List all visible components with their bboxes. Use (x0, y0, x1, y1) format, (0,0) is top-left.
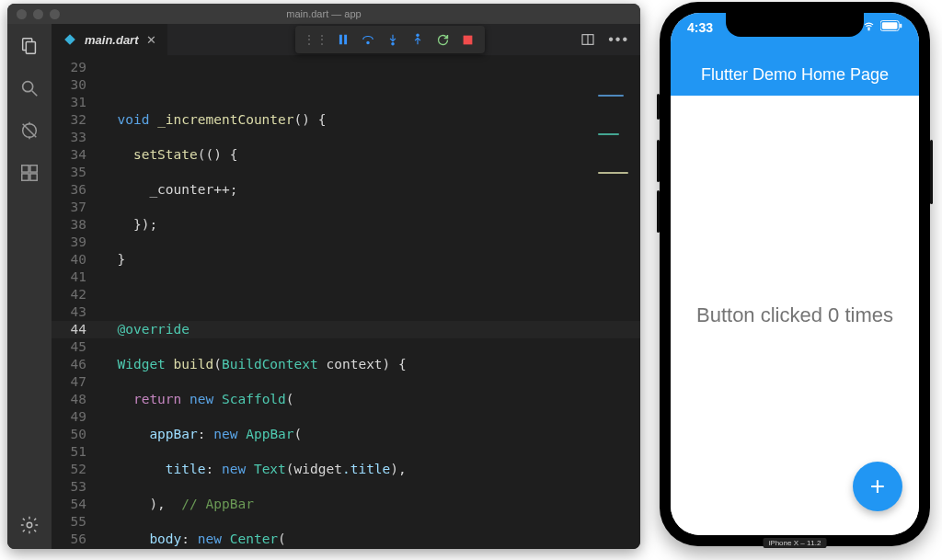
restart-button[interactable] (432, 29, 453, 50)
svg-point-18 (392, 43, 394, 45)
activity-bar (7, 24, 52, 549)
pause-button[interactable] (333, 29, 353, 50)
svg-point-28 (868, 29, 869, 29)
notch (726, 13, 864, 37)
debug-icon[interactable] (18, 120, 40, 142)
simulator-panel: 4:33 Flutter Demo Home Page Button click… (648, 0, 942, 560)
minimap[interactable] (598, 59, 640, 206)
tab-main-dart[interactable]: main.dart ✕ (52, 24, 167, 55)
battery-icon (880, 20, 902, 31)
svg-rect-21 (463, 35, 472, 44)
dart-file-icon (63, 32, 77, 47)
svg-rect-14 (339, 35, 342, 45)
zoom-window-icon[interactable] (50, 9, 60, 19)
window-titlebar[interactable]: main.dart — app (7, 4, 640, 24)
volume-down (657, 190, 660, 233)
app-bar-title: Flutter Demo Home Page (701, 65, 889, 85)
app-bar: Flutter Demo Home Page (671, 53, 919, 96)
search-icon[interactable] (18, 77, 40, 99)
phone-screen[interactable]: 4:33 Flutter Demo Home Page Button click… (671, 13, 919, 535)
plus-icon: + (870, 472, 885, 501)
device-label: iPhone X – 11.2 (764, 538, 827, 548)
tab-filename: main.dart (85, 33, 139, 47)
minimize-window-icon[interactable] (33, 9, 43, 19)
svg-point-12 (27, 522, 32, 528)
mute-switch (657, 94, 660, 120)
code-editor[interactable]: 29303132 33343536 37383940 41424344 4546… (52, 55, 640, 549)
svg-marker-13 (64, 34, 75, 45)
fab-add-button[interactable]: + (853, 462, 902, 511)
svg-rect-11 (30, 174, 37, 180)
line-number-gutter: 29303132 33343536 37383940 41424344 4546… (52, 55, 101, 549)
window-title: main.dart — app (286, 8, 361, 19)
close-tab-icon[interactable]: ✕ (146, 33, 156, 47)
extensions-icon[interactable] (18, 162, 40, 184)
window-traffic-lights[interactable] (17, 9, 60, 19)
svg-rect-30 (882, 22, 898, 29)
toolbar-grip-icon[interactable]: ⋮⋮ (303, 32, 328, 47)
svg-rect-10 (22, 174, 29, 180)
more-actions-icon[interactable]: ••• (608, 31, 629, 48)
svg-line-3 (32, 91, 38, 97)
wifi-icon (862, 21, 876, 31)
svg-rect-1 (26, 41, 35, 53)
volume-up (657, 140, 660, 182)
gear-icon[interactable] (18, 514, 40, 536)
root: main.dart — app (0, 0, 942, 560)
editor-tabs: main.dart ✕ ⋮⋮ • (52, 24, 640, 55)
status-time: 4:33 (687, 20, 713, 35)
debug-toolbar[interactable]: ⋮⋮ (295, 26, 485, 53)
iphone-frame: 4:33 Flutter Demo Home Page Button click… (660, 2, 930, 546)
code-content[interactable]: void _incrementCounter() { setState(() {… (101, 55, 640, 549)
step-over-button[interactable] (358, 29, 378, 50)
split-editor-icon[interactable] (580, 32, 595, 47)
svg-rect-15 (344, 35, 347, 45)
vscode-window: main.dart — app (7, 4, 640, 549)
explorer-icon[interactable] (18, 35, 40, 57)
step-into-button[interactable] (383, 29, 403, 50)
step-out-button[interactable] (408, 29, 428, 50)
counter-text: Button clicked 0 times (696, 303, 893, 327)
svg-rect-31 (900, 24, 902, 29)
svg-point-20 (417, 34, 419, 36)
svg-rect-8 (22, 166, 29, 172)
close-window-icon[interactable] (17, 9, 27, 19)
editor-area: main.dart ✕ ⋮⋮ • (52, 24, 640, 549)
svg-point-2 (23, 82, 33, 92)
side-button (930, 140, 933, 204)
svg-rect-9 (30, 166, 37, 172)
app-body: Button clicked 0 times + (671, 96, 919, 535)
stop-button[interactable] (457, 29, 477, 50)
svg-point-16 (367, 41, 369, 43)
